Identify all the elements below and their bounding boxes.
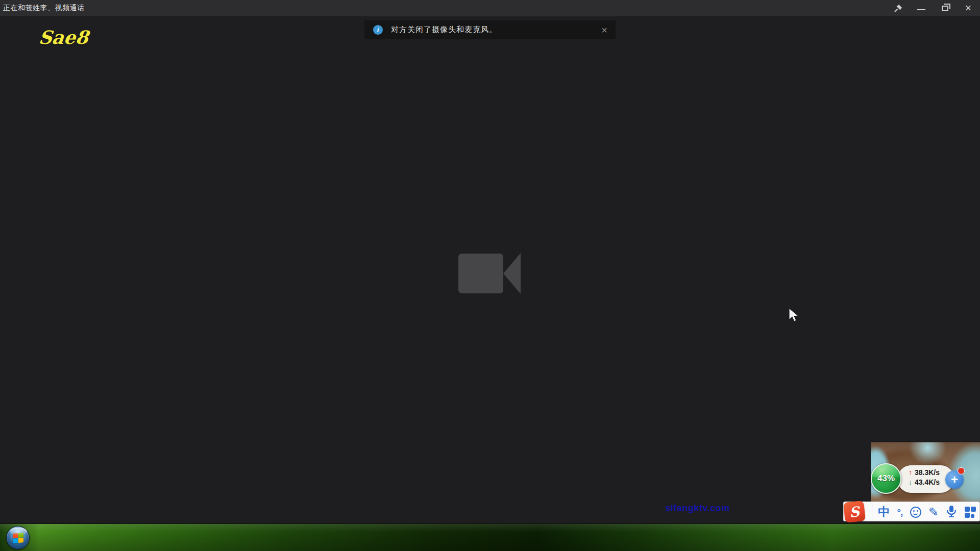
flag-pane xyxy=(18,538,23,543)
network-monitor-widget[interactable]: ↑ 38.3K/s ↓ 43.4K/s 43% + xyxy=(871,463,963,495)
notification-banner: i 对方关闭了摄像头和麦克风。 × xyxy=(364,20,616,39)
sogou-logo-icon[interactable]: S xyxy=(843,500,866,523)
camera-lens-shape xyxy=(503,253,521,294)
mouse-cursor xyxy=(789,308,800,325)
memory-usage-ball[interactable]: 43% xyxy=(871,463,901,494)
download-row: ↓ 43.4K/s xyxy=(909,478,940,486)
pin-window-button[interactable] xyxy=(886,0,910,16)
notification-close-icon[interactable]: × xyxy=(601,25,607,35)
info-icon: i xyxy=(373,25,383,35)
minimize-button[interactable] xyxy=(910,0,933,16)
speed-rows: ↑ 38.3K/s ↓ 43.4K/s xyxy=(909,468,940,486)
grid-square xyxy=(971,514,974,518)
close-button[interactable]: × xyxy=(957,0,980,16)
camera-body-shape xyxy=(458,254,503,293)
window-title: 正在和莪姓李、视频通话 xyxy=(3,4,85,13)
start-button[interactable] xyxy=(6,526,30,549)
minimize-icon xyxy=(917,9,925,10)
chinese-mode-toggle[interactable]: 中 xyxy=(878,504,890,520)
app-logo: Sae8 xyxy=(38,27,90,48)
maximize-button[interactable] xyxy=(933,0,957,16)
notification-text: 对方关闭了摄像头和麦克风。 xyxy=(391,25,601,35)
pushpin-icon xyxy=(894,4,902,13)
flag-pane xyxy=(13,538,18,543)
flag-pane xyxy=(13,533,18,538)
screen: 正在和莪姓李、视频通话 × Sae8 i 对方关闭了摄像头和麦克风。 × sif… xyxy=(0,0,980,551)
grid-square xyxy=(971,507,976,512)
smiley-eye xyxy=(917,510,918,512)
grid-square xyxy=(965,507,970,512)
taskbar: e ☁ 2 S 69°C xyxy=(0,523,980,551)
smiley-mouth xyxy=(913,513,918,515)
camera-off-icon xyxy=(458,253,521,294)
ime-icon-row: 中 °, ✎ xyxy=(874,502,979,522)
punctuation-toggle[interactable]: °, xyxy=(897,507,902,518)
watermark-text: sifangktv.com xyxy=(665,503,729,514)
video-call-area: Sae8 i 对方关闭了摄像头和麦克风。 × sifangktv.com ↑ 3… xyxy=(0,16,980,523)
ime-separator xyxy=(872,504,872,520)
download-arrow-icon: ↓ xyxy=(909,478,912,486)
download-speed: 43.4K/s xyxy=(915,478,940,486)
notification-dot xyxy=(958,467,965,474)
upload-row: ↑ 38.3K/s xyxy=(909,468,940,477)
ime-toolbox-icon[interactable] xyxy=(965,507,976,518)
memory-usage-percent: 43% xyxy=(877,473,895,484)
windows-flag-icon xyxy=(13,533,24,544)
smiley-eye xyxy=(913,510,915,512)
restore-icon xyxy=(942,6,948,11)
grid-square xyxy=(965,513,970,518)
ime-toolbar: S 中 °, ✎ xyxy=(843,502,980,521)
upload-arrow-icon: ↑ xyxy=(909,468,912,477)
upload-speed: 38.3K/s xyxy=(915,468,940,477)
window-controls: × xyxy=(886,0,980,16)
voice-input-icon[interactable] xyxy=(946,505,957,519)
handwriting-icon[interactable]: ✎ xyxy=(928,506,939,518)
sogou-logo-letter: S xyxy=(849,504,861,520)
flag-pane xyxy=(18,533,23,538)
window-titlebar: 正在和莪姓李、视频通话 × xyxy=(0,0,980,16)
emoji-picker-icon[interactable] xyxy=(910,507,921,518)
